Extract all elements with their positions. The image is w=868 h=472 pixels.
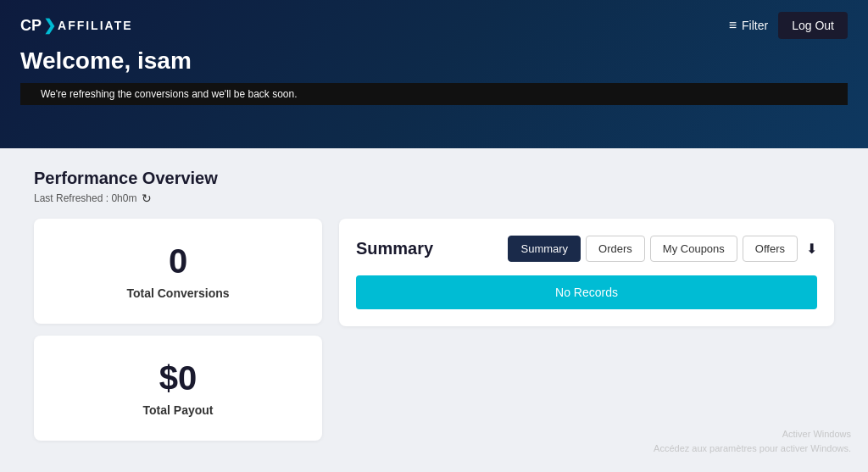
logo-cp-text: CP <box>20 17 42 35</box>
summary-panel: Summary Summary Orders My Coupons Offers… <box>339 219 834 326</box>
tab-my-coupons[interactable]: My Coupons <box>650 236 737 262</box>
summary-panel-title: Summary <box>356 239 433 258</box>
total-payout-card: $0 Total Payout <box>34 336 322 441</box>
total-conversions-card: 0 Total Conversions <box>34 219 322 324</box>
notification-text: We're refreshing the conversions and we'… <box>41 88 298 100</box>
dashboard-grid: 0 Total Conversions $0 Total Payout Summ… <box>34 219 834 441</box>
logo-icon: CP ❯ AFFILIATE <box>20 16 133 35</box>
tab-group: Summary Orders My Coupons Offers <box>508 236 798 262</box>
header: CP ❯ AFFILIATE ≡ Filter Log Out Welcome,… <box>0 0 868 148</box>
last-refreshed-label: Last Refreshed : 0h0m <box>34 192 136 204</box>
filter-icon: ≡ <box>729 18 737 33</box>
total-payout-value: $0 <box>159 359 198 397</box>
total-conversions-value: 0 <box>169 242 187 280</box>
welcome-title: Welcome, isam <box>20 47 848 75</box>
watermark-line2: Accédez aux paramètres pour activer Wind… <box>654 441 851 456</box>
logout-button[interactable]: Log Out <box>778 12 848 39</box>
header-actions: ≡ Filter Log Out <box>729 12 848 39</box>
logo: CP ❯ AFFILIATE <box>20 16 133 35</box>
total-conversions-label: Total Conversions <box>126 286 229 300</box>
summary-panel-header: Summary Summary Orders My Coupons Offers… <box>356 236 817 262</box>
download-icon[interactable]: ⬇ <box>806 241 817 257</box>
notification-bar: We're refreshing the conversions and we'… <box>20 83 848 105</box>
watermark-line1: Activer Windows <box>654 427 851 441</box>
filter-button[interactable]: ≡ Filter <box>729 18 768 33</box>
section-title: Performance Overview <box>34 169 834 188</box>
main-content: Performance Overview Last Refreshed : 0h… <box>0 148 868 461</box>
summary-header-right: Summary Orders My Coupons Offers ⬇ <box>508 236 817 262</box>
left-cards: 0 Total Conversions $0 Total Payout <box>34 219 322 441</box>
total-payout-label: Total Payout <box>143 403 214 417</box>
logo-affiliate-text: AFFILIATE <box>58 19 133 32</box>
header-top: CP ❯ AFFILIATE ≡ Filter Log Out <box>20 0 848 39</box>
refresh-icon[interactable]: ↻ <box>142 192 152 205</box>
last-refreshed-row: Last Refreshed : 0h0m ↻ <box>34 192 834 205</box>
logo-chevron-icon: ❯ <box>43 16 56 35</box>
windows-watermark: Activer Windows Accédez aux paramètres p… <box>654 427 851 455</box>
tab-offers[interactable]: Offers <box>743 236 798 262</box>
no-records-bar: No Records <box>356 275 817 309</box>
tab-summary[interactable]: Summary <box>508 236 581 262</box>
tab-orders[interactable]: Orders <box>586 236 645 262</box>
no-records-label: No Records <box>555 286 618 299</box>
filter-label: Filter <box>742 19 768 32</box>
